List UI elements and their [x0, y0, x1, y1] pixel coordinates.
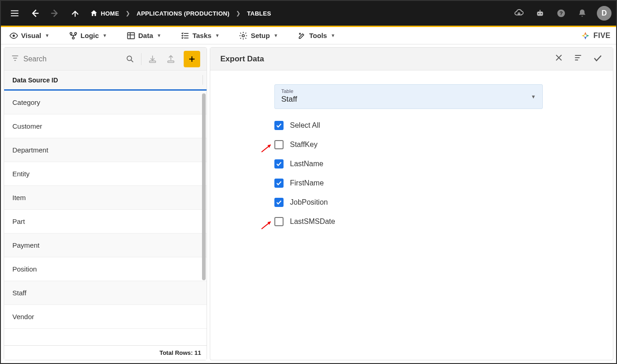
import-icon[interactable]	[145, 52, 160, 66]
table-row[interactable]: Entity	[4, 162, 207, 186]
svg-point-6	[518, 13, 520, 15]
checkbox[interactable]	[274, 121, 284, 130]
avatar[interactable]: D	[597, 6, 612, 21]
svg-rect-10	[540, 10, 541, 12]
svg-text:?: ?	[559, 10, 562, 16]
table-row[interactable]: Customer	[4, 114, 207, 138]
chevron-right-icon: ❯	[124, 10, 132, 16]
list-icon[interactable]	[573, 53, 583, 65]
back-button[interactable]	[26, 4, 44, 22]
breadcrumb-home[interactable]: HOME	[90, 9, 119, 17]
table-select[interactable]: Table Staff ▼	[274, 84, 543, 109]
svg-rect-33	[149, 61, 155, 62]
svg-line-32	[131, 60, 133, 62]
annotation-arrow-icon	[261, 142, 274, 153]
close-icon[interactable]	[554, 53, 563, 65]
checkbox-label: JobPosition	[290, 198, 328, 206]
svg-marker-25	[586, 34, 589, 37]
breadcrumb-label: HOME	[101, 10, 119, 17]
chevron-down-icon: ▼	[103, 33, 107, 38]
svg-line-44	[262, 222, 271, 229]
menu-icon[interactable]	[5, 4, 24, 22]
bot-icon[interactable]	[531, 4, 549, 22]
forward-button[interactable]	[46, 4, 64, 22]
checkbox[interactable]	[274, 217, 284, 226]
svg-point-14	[70, 32, 72, 34]
confirm-icon[interactable]	[593, 53, 603, 65]
chevron-down-icon: ▼	[331, 33, 335, 38]
checkbox-label: FirstName	[290, 179, 324, 187]
right-header: Export Data	[210, 48, 613, 71]
search-input[interactable]	[23, 55, 119, 63]
nav-left: HOME ❯ APPLICATIONS (PRODUCTION) ❯ TABLE…	[5, 4, 271, 22]
column-header[interactable]: Data Source ID	[4, 71, 207, 91]
chevron-down-icon: ▼	[157, 33, 161, 38]
svg-rect-34	[168, 61, 174, 62]
filter-icon[interactable]	[11, 54, 20, 65]
field-checkbox-item[interactable]: LastName	[274, 159, 543, 168]
menu-logic[interactable]: Logic▼	[66, 29, 110, 42]
svg-marker-27	[582, 34, 584, 37]
bell-icon[interactable]	[573, 4, 591, 22]
brand-logo: FIVE	[580, 31, 611, 41]
page-title: Export Data	[220, 54, 264, 64]
left-toolbar	[4, 48, 207, 71]
checkbox-label: LastName	[290, 160, 323, 168]
breadcrumb-label: APPLICATIONS (PRODUCTION)	[137, 10, 229, 17]
table-row[interactable]: Vendor	[4, 305, 207, 329]
field-checkbox-item[interactable]: Select All	[274, 121, 543, 130]
export-icon[interactable]	[164, 52, 178, 66]
table-select-label: Table	[281, 88, 536, 94]
left-panel: Data Source ID CategoryCustomerDepartmen…	[4, 47, 207, 360]
menu-tasks[interactable]: Tasks▼	[178, 29, 222, 42]
field-checkbox-item[interactable]: LastSMSDate	[274, 217, 543, 226]
svg-rect-7	[537, 11, 543, 16]
checkbox[interactable]	[274, 159, 284, 168]
chevron-down-icon: ▼	[215, 33, 220, 38]
svg-rect-17	[127, 33, 134, 38]
table-row[interactable]: Position	[4, 257, 207, 281]
checkbox[interactable]	[274, 179, 284, 188]
top-nav: HOME ❯ APPLICATIONS (PRODUCTION) ❯ TABLE…	[1, 1, 616, 26]
svg-point-9	[541, 13, 542, 14]
table-row[interactable]: Item	[4, 186, 207, 210]
svg-point-23	[242, 34, 245, 37]
submenu: Visual▼ Logic▼ Data▼ Tasks▼ Setup▼ Tools…	[1, 27, 616, 44]
help-icon[interactable]: ?	[552, 4, 570, 22]
cloud-icon[interactable]	[510, 4, 528, 22]
breadcrumb-applications[interactable]: APPLICATIONS (PRODUCTION)	[137, 10, 229, 17]
svg-point-31	[127, 56, 131, 60]
table-row[interactable]: Staff	[4, 281, 207, 305]
svg-marker-26	[584, 36, 587, 39]
field-checkbox-item[interactable]: JobPosition	[274, 198, 543, 207]
checkbox[interactable]	[274, 140, 284, 149]
menu-tools[interactable]: Tools▼	[295, 29, 338, 42]
menu-visual[interactable]: Visual▼	[6, 29, 52, 42]
search-icon[interactable]	[123, 52, 137, 66]
field-checkbox-item[interactable]: StaffKey	[274, 140, 543, 149]
svg-line-42	[262, 145, 271, 152]
chevron-down-icon: ▼	[45, 33, 49, 38]
breadcrumb-tables[interactable]: TABLES	[247, 10, 271, 17]
checkbox-label: LastSMSDate	[290, 217, 335, 226]
menu-setup[interactable]: Setup▼	[236, 29, 281, 42]
checkbox[interactable]	[274, 198, 284, 207]
table-row[interactable]: Payment	[4, 234, 207, 257]
field-checklist: Select AllStaffKeyLastNameFirstNameJobPo…	[274, 121, 543, 226]
left-footer: Total Rows: 11	[4, 345, 207, 360]
table-row[interactable]: Part	[4, 210, 207, 234]
field-checkbox-item[interactable]: FirstName	[274, 179, 543, 188]
scrollbar[interactable]	[202, 93, 206, 342]
avatar-letter: D	[601, 9, 607, 17]
menu-data[interactable]: Data▼	[124, 29, 164, 42]
checkbox-label: StaffKey	[290, 141, 317, 149]
table-row[interactable]: Department	[4, 138, 207, 162]
up-button[interactable]	[66, 4, 84, 22]
svg-marker-43	[268, 145, 271, 148]
add-button[interactable]	[184, 51, 200, 67]
svg-point-8	[538, 13, 539, 14]
svg-point-15	[75, 32, 76, 34]
right-panel: Export Data Table Staff ▼ Select AllStaf…	[210, 47, 613, 360]
svg-marker-45	[268, 222, 271, 225]
table-row[interactable]: Category	[4, 91, 207, 114]
